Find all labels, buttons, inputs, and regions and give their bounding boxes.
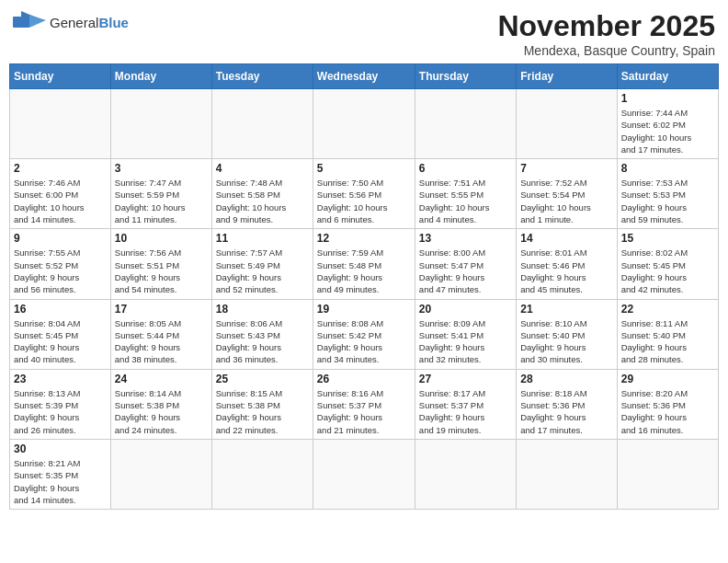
day-number: 4 bbox=[216, 162, 309, 175]
calendar-cell: 2Sunrise: 7:46 AM Sunset: 6:00 PM Daylig… bbox=[10, 159, 111, 229]
calendar-cell bbox=[517, 89, 617, 159]
calendar-cell: 9Sunrise: 7:55 AM Sunset: 5:52 PM Daylig… bbox=[10, 229, 111, 299]
day-info: Sunrise: 7:59 AM Sunset: 5:48 PM Dayligh… bbox=[317, 247, 411, 295]
calendar-week-row: 2Sunrise: 7:46 AM Sunset: 6:00 PM Daylig… bbox=[10, 159, 719, 229]
day-number: 2 bbox=[14, 162, 107, 175]
day-number: 21 bbox=[520, 303, 612, 316]
day-number: 12 bbox=[317, 232, 411, 245]
day-info: Sunrise: 8:14 AM Sunset: 5:38 PM Dayligh… bbox=[115, 387, 208, 436]
day-number: 3 bbox=[115, 162, 208, 175]
day-number: 18 bbox=[216, 303, 309, 316]
calendar-cell: 22Sunrise: 8:11 AM Sunset: 5:40 PM Dayli… bbox=[617, 299, 718, 369]
weekday-header: Friday bbox=[517, 64, 617, 89]
title-block: November 2025 Mendexa, Basque Country, S… bbox=[497, 9, 715, 58]
weekday-header: Thursday bbox=[415, 64, 516, 89]
day-number: 5 bbox=[317, 162, 411, 175]
month-title: November 2025 bbox=[497, 9, 715, 43]
day-number: 28 bbox=[520, 373, 612, 385]
weekday-header: Sunday bbox=[10, 64, 111, 89]
calendar-cell: 30Sunrise: 8:21 AM Sunset: 5:35 PM Dayli… bbox=[10, 439, 111, 509]
day-info: Sunrise: 8:20 AM Sunset: 5:36 PM Dayligh… bbox=[621, 387, 714, 436]
day-info: Sunrise: 8:18 AM Sunset: 5:36 PM Dayligh… bbox=[520, 387, 612, 436]
calendar-cell bbox=[211, 89, 313, 159]
calendar-cell bbox=[415, 439, 516, 509]
day-number: 30 bbox=[14, 442, 107, 455]
day-number: 13 bbox=[419, 232, 512, 245]
calendar-cell: 28Sunrise: 8:18 AM Sunset: 5:36 PM Dayli… bbox=[517, 369, 617, 439]
day-info: Sunrise: 8:05 AM Sunset: 5:44 PM Dayligh… bbox=[115, 317, 208, 366]
logo-text: GeneralBlue bbox=[50, 15, 129, 30]
day-number: 22 bbox=[621, 303, 714, 316]
calendar-cell: 11Sunrise: 7:57 AM Sunset: 5:49 PM Dayli… bbox=[211, 229, 313, 299]
day-info: Sunrise: 8:21 AM Sunset: 5:35 PM Dayligh… bbox=[14, 457, 107, 506]
day-number: 11 bbox=[216, 232, 309, 245]
day-number: 24 bbox=[115, 373, 208, 385]
page-header: GeneralBlue November 2025 Mendexa, Basqu… bbox=[9, 9, 719, 58]
day-number: 8 bbox=[621, 162, 714, 175]
calendar-week-row: 30Sunrise: 8:21 AM Sunset: 5:35 PM Dayli… bbox=[10, 439, 719, 509]
day-number: 7 bbox=[520, 162, 612, 175]
logo: GeneralBlue bbox=[13, 9, 129, 35]
day-info: Sunrise: 8:00 AM Sunset: 5:47 PM Dayligh… bbox=[419, 247, 512, 295]
day-info: Sunrise: 8:15 AM Sunset: 5:38 PM Dayligh… bbox=[216, 387, 309, 436]
logo-icon bbox=[13, 9, 46, 35]
calendar-cell: 24Sunrise: 8:14 AM Sunset: 5:38 PM Dayli… bbox=[110, 369, 211, 439]
calendar-cell bbox=[10, 89, 111, 159]
weekday-header: Wednesday bbox=[313, 64, 415, 89]
calendar-cell: 7Sunrise: 7:52 AM Sunset: 5:54 PM Daylig… bbox=[517, 159, 617, 229]
day-number: 9 bbox=[14, 232, 107, 245]
calendar-cell: 16Sunrise: 8:04 AM Sunset: 5:45 PM Dayli… bbox=[10, 299, 111, 369]
calendar-cell: 4Sunrise: 7:48 AM Sunset: 5:58 PM Daylig… bbox=[211, 159, 313, 229]
weekday-header: Monday bbox=[110, 64, 211, 89]
day-number: 25 bbox=[216, 373, 309, 385]
weekday-header-row: SundayMondayTuesdayWednesdayThursdayFrid… bbox=[10, 64, 719, 89]
calendar-cell: 17Sunrise: 8:05 AM Sunset: 5:44 PM Dayli… bbox=[110, 299, 211, 369]
calendar-cell: 14Sunrise: 8:01 AM Sunset: 5:46 PM Dayli… bbox=[517, 229, 617, 299]
calendar-cell: 19Sunrise: 8:08 AM Sunset: 5:42 PM Dayli… bbox=[313, 299, 415, 369]
day-number: 15 bbox=[621, 232, 714, 245]
calendar-cell bbox=[110, 89, 211, 159]
day-number: 19 bbox=[317, 303, 411, 316]
day-info: Sunrise: 8:09 AM Sunset: 5:41 PM Dayligh… bbox=[419, 317, 512, 366]
day-info: Sunrise: 7:46 AM Sunset: 6:00 PM Dayligh… bbox=[14, 177, 107, 225]
calendar-cell: 23Sunrise: 8:13 AM Sunset: 5:39 PM Dayli… bbox=[10, 369, 111, 439]
day-info: Sunrise: 8:10 AM Sunset: 5:40 PM Dayligh… bbox=[520, 317, 612, 366]
weekday-header: Saturday bbox=[617, 64, 718, 89]
calendar-cell: 5Sunrise: 7:50 AM Sunset: 5:56 PM Daylig… bbox=[313, 159, 415, 229]
day-info: Sunrise: 7:56 AM Sunset: 5:51 PM Dayligh… bbox=[115, 247, 208, 295]
day-number: 27 bbox=[419, 373, 512, 385]
calendar-cell: 15Sunrise: 8:02 AM Sunset: 5:45 PM Dayli… bbox=[617, 229, 718, 299]
calendar-cell bbox=[110, 439, 211, 509]
day-info: Sunrise: 7:47 AM Sunset: 5:59 PM Dayligh… bbox=[115, 177, 208, 225]
calendar-cell: 6Sunrise: 7:51 AM Sunset: 5:55 PM Daylig… bbox=[415, 159, 516, 229]
calendar-cell bbox=[617, 439, 718, 509]
day-number: 17 bbox=[115, 303, 208, 316]
day-number: 6 bbox=[419, 162, 512, 175]
day-number: 20 bbox=[419, 303, 512, 316]
calendar-cell bbox=[313, 439, 415, 509]
calendar-cell: 27Sunrise: 8:17 AM Sunset: 5:37 PM Dayli… bbox=[415, 369, 516, 439]
calendar-cell: 25Sunrise: 8:15 AM Sunset: 5:38 PM Dayli… bbox=[211, 369, 313, 439]
calendar-cell bbox=[313, 89, 415, 159]
day-info: Sunrise: 8:11 AM Sunset: 5:40 PM Dayligh… bbox=[621, 317, 714, 366]
day-info: Sunrise: 7:53 AM Sunset: 5:53 PM Dayligh… bbox=[621, 177, 714, 225]
calendar-cell bbox=[517, 439, 617, 509]
day-info: Sunrise: 8:06 AM Sunset: 5:43 PM Dayligh… bbox=[216, 317, 309, 366]
day-info: Sunrise: 7:51 AM Sunset: 5:55 PM Dayligh… bbox=[419, 177, 512, 225]
calendar-week-row: 16Sunrise: 8:04 AM Sunset: 5:45 PM Dayli… bbox=[10, 299, 719, 369]
calendar-cell: 29Sunrise: 8:20 AM Sunset: 5:36 PM Dayli… bbox=[617, 369, 718, 439]
day-number: 1 bbox=[621, 92, 714, 105]
day-number: 16 bbox=[14, 303, 107, 316]
calendar-week-row: 1Sunrise: 7:44 AM Sunset: 6:02 PM Daylig… bbox=[10, 89, 719, 159]
day-info: Sunrise: 8:04 AM Sunset: 5:45 PM Dayligh… bbox=[14, 317, 107, 366]
day-info: Sunrise: 8:17 AM Sunset: 5:37 PM Dayligh… bbox=[419, 387, 512, 436]
calendar-cell: 18Sunrise: 8:06 AM Sunset: 5:43 PM Dayli… bbox=[211, 299, 313, 369]
calendar-cell: 21Sunrise: 8:10 AM Sunset: 5:40 PM Dayli… bbox=[517, 299, 617, 369]
calendar-cell: 10Sunrise: 7:56 AM Sunset: 5:51 PM Dayli… bbox=[110, 229, 211, 299]
location: Mendexa, Basque Country, Spain bbox=[497, 43, 715, 58]
day-info: Sunrise: 8:13 AM Sunset: 5:39 PM Dayligh… bbox=[14, 387, 107, 436]
calendar-cell: 3Sunrise: 7:47 AM Sunset: 5:59 PM Daylig… bbox=[110, 159, 211, 229]
day-number: 14 bbox=[520, 232, 612, 245]
day-info: Sunrise: 8:08 AM Sunset: 5:42 PM Dayligh… bbox=[317, 317, 411, 366]
calendar-cell: 8Sunrise: 7:53 AM Sunset: 5:53 PM Daylig… bbox=[617, 159, 718, 229]
